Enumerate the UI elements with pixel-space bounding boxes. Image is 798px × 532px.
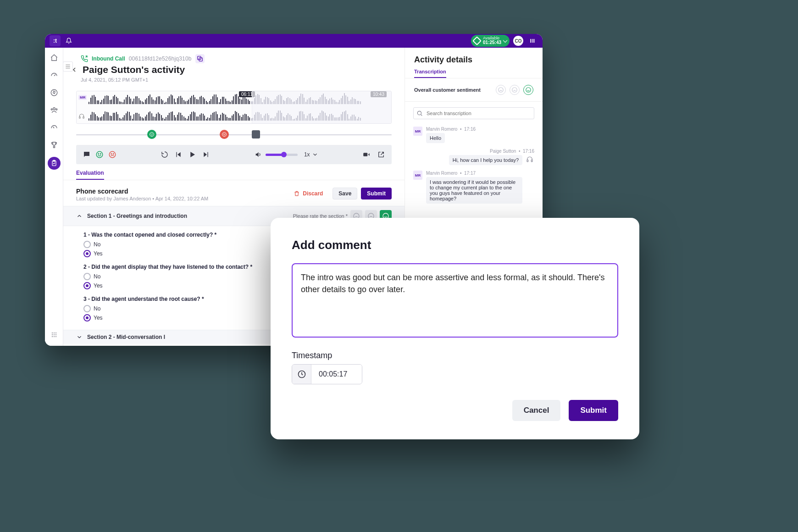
svg-point-31 — [100, 154, 101, 155]
modal-cancel-button[interactable]: Cancel — [512, 400, 561, 421]
transcription-search — [413, 107, 534, 119]
svg-rect-21 — [79, 117, 80, 119]
overall-negative-icon[interactable] — [496, 85, 506, 95]
svg-point-42 — [512, 88, 517, 93]
sentiment-node-positive[interactable] — [147, 130, 156, 139]
timestamp-input[interactable] — [311, 365, 362, 384]
comment-icon[interactable] — [83, 150, 91, 159]
volume-slider[interactable] — [266, 154, 298, 156]
volume-control[interactable] — [255, 151, 298, 158]
svg-point-34 — [113, 154, 114, 155]
sentiment-node-end[interactable] — [252, 130, 260, 139]
side-nav — [45, 48, 63, 346]
q2-no-radio[interactable] — [83, 273, 91, 280]
headset-icon — [78, 113, 85, 120]
nav-dashboard-icon[interactable] — [49, 70, 60, 81]
app-logo[interactable]: :t — [50, 35, 61, 46]
clock-icon — [292, 365, 311, 384]
q1-yes-radio[interactable] — [83, 250, 91, 257]
popout-icon[interactable] — [377, 150, 385, 159]
add-comment-modal: Add comment Timestamp Cancel Submit — [271, 218, 639, 439]
top-bar: :t Available 01:25:43 CO — [45, 34, 543, 48]
search-icon — [416, 110, 423, 116]
svg-point-16 — [52, 336, 53, 337]
svg-rect-36 — [208, 152, 208, 157]
q3-yes-radio[interactable] — [83, 314, 91, 321]
svg-rect-45 — [527, 160, 528, 162]
svg-rect-2 — [533, 39, 533, 43]
skip-fwd-icon[interactable] — [202, 150, 210, 159]
trash-icon — [294, 190, 300, 197]
page-header: Inbound Call 006118fd12e526hjq310b Paige… — [63, 48, 405, 85]
sidepanel-toggle-icon[interactable] — [527, 35, 538, 46]
scorecard-subtitle: Last updated by James Anderson • Apr 14,… — [76, 196, 208, 201]
q1-no-radio[interactable] — [83, 241, 91, 248]
main-tabs: Evaluation — [63, 164, 405, 180]
svg-point-44 — [417, 111, 421, 115]
svg-point-6 — [51, 109, 52, 110]
nav-home-icon[interactable] — [49, 52, 60, 63]
svg-point-13 — [52, 334, 53, 335]
svg-point-12 — [55, 332, 56, 333]
player-bar: 1x — [76, 145, 392, 164]
svg-rect-46 — [531, 160, 532, 162]
nav-perf-icon[interactable] — [49, 122, 60, 133]
timestamp-field — [292, 364, 362, 384]
modal-submit-button[interactable]: Submit — [569, 400, 618, 421]
replay-icon[interactable] — [161, 150, 169, 159]
q3-no-radio[interactable] — [83, 305, 91, 312]
copy-id-button[interactable] — [195, 54, 205, 63]
q1-yes-label: Yes — [94, 250, 103, 257]
svg-point-27 — [223, 134, 224, 134]
modal-title: Add comment — [292, 238, 618, 252]
notification-icon[interactable] — [63, 35, 74, 46]
msg-1-text: Hello — [426, 133, 445, 143]
tab-transcription[interactable]: Transcription — [414, 69, 446, 78]
nav-apps-icon[interactable] — [49, 329, 60, 340]
nav-people-icon[interactable] — [49, 105, 60, 116]
timestamp-label: Timestamp — [292, 351, 618, 360]
q2-yes-radio[interactable] — [83, 282, 91, 289]
q3-no-label: No — [94, 305, 100, 312]
chevron-down-icon[interactable] — [312, 151, 318, 158]
status-label: Available — [483, 36, 501, 40]
video-icon[interactable] — [362, 150, 371, 159]
transcript-msg-2: Paige Sutton • 17:16 Hi, how can I help … — [413, 149, 534, 165]
face-negative-icon[interactable] — [108, 150, 116, 159]
volume-icon — [255, 151, 262, 158]
collapse-sidebar-button[interactable] — [63, 61, 73, 72]
tab-evaluation[interactable]: Evaluation — [76, 168, 104, 180]
transcription-search-input[interactable] — [413, 107, 534, 119]
nav-trophy-icon[interactable] — [49, 139, 60, 150]
skip-back-icon[interactable] — [174, 150, 183, 159]
user-avatar[interactable]: CO — [513, 36, 523, 46]
section-2-title: Section 2 - Mid-conversation I — [87, 334, 165, 340]
nav-evaluation-icon[interactable] — [48, 157, 61, 170]
availability-status[interactable]: Available 01:25:43 — [471, 35, 510, 47]
svg-point-26 — [222, 133, 227, 137]
svg-point-29 — [96, 151, 103, 158]
q2-yes-label: Yes — [94, 283, 103, 289]
svg-point-24 — [151, 134, 151, 134]
svg-rect-22 — [83, 117, 84, 119]
sentiment-node-negative[interactable] — [220, 130, 229, 139]
activity-details-title: Activity details — [405, 48, 543, 67]
q3-yes-label: Yes — [94, 315, 103, 321]
transcript-msg-1: MR Marvin Romero • 17:16 Hello — [413, 127, 534, 143]
submit-button[interactable]: Submit — [361, 188, 392, 200]
play-icon[interactable] — [188, 150, 196, 159]
svg-rect-35 — [177, 152, 177, 157]
face-positive-icon[interactable] — [95, 150, 104, 159]
overall-neutral-icon[interactable] — [510, 85, 520, 95]
save-button[interactable]: Save — [332, 188, 357, 200]
nav-explore-icon[interactable] — [49, 87, 60, 98]
overall-sentiment-row: Overall customer sentiment — [405, 78, 543, 102]
playback-speed[interactable]: 1x — [304, 151, 310, 158]
waveform[interactable]: MR 06:11 10:43 — [76, 91, 392, 124]
comment-textarea[interactable] — [292, 263, 618, 338]
sentiment-bar[interactable] — [76, 128, 392, 140]
overall-positive-icon[interactable] — [523, 85, 533, 95]
svg-point-11 — [54, 332, 55, 333]
discard-button[interactable]: Discard — [288, 188, 329, 200]
call-id: 006118fd12e526hjq310b — [129, 55, 192, 62]
